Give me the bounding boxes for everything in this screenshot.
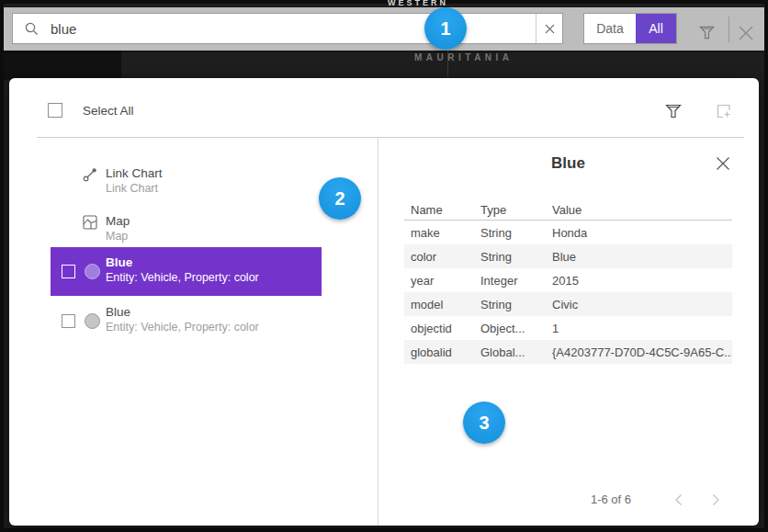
column-header-value: Value xyxy=(546,203,732,217)
cell-value: 2015 xyxy=(546,274,732,288)
table-row: globalid Global... {A4203777-D70D-4C5C-9… xyxy=(404,340,732,364)
table-row: year Integer 2015 xyxy=(404,268,732,292)
entity-circle-icon xyxy=(85,313,100,329)
item-subtitle: Link Chart xyxy=(106,181,163,196)
cell-name: make xyxy=(404,226,474,240)
list-item-blue-selected[interactable]: Blue Entity: Vehicle, Property: color xyxy=(51,247,322,296)
pagination-label: 1-6 of 6 xyxy=(565,492,657,506)
cell-type: String xyxy=(474,226,546,240)
cell-name: year xyxy=(404,274,474,288)
search-field[interactable] xyxy=(12,13,563,44)
item-subtitle: Map xyxy=(106,229,130,243)
cell-value: {A4203777-D70D-4C5C-9A65-C... xyxy=(546,345,732,359)
search-toolbar: Data All xyxy=(4,7,764,51)
item-title: Blue xyxy=(106,304,259,320)
entity-circle-icon xyxy=(85,264,100,279)
toolbar-close-icon[interactable] xyxy=(734,21,758,45)
cell-value: Blue xyxy=(546,250,732,264)
column-header-type: Type xyxy=(474,203,546,217)
cell-value: Civic xyxy=(546,298,732,311)
cell-type: Integer xyxy=(474,274,546,288)
item-checkbox[interactable] xyxy=(62,265,75,278)
cell-type: Global... xyxy=(474,345,546,359)
add-to-map-icon[interactable] xyxy=(713,100,735,122)
app-window: WESTERN MAURITANIA Data All Select All xyxy=(0,0,768,532)
cell-value: 1 xyxy=(546,322,732,335)
cell-name: color xyxy=(404,250,474,264)
table-row: model String Civic xyxy=(404,292,732,316)
cell-type: String xyxy=(474,250,546,264)
filter-icon[interactable] xyxy=(695,21,717,43)
item-title: Link Chart xyxy=(106,165,163,181)
toolbar-divider xyxy=(728,17,729,42)
cell-name: objectid xyxy=(404,322,474,335)
attribute-table: Name Type Value make String Honda color … xyxy=(404,200,732,364)
details-close-icon[interactable] xyxy=(712,153,734,175)
toggle-all-option[interactable]: All xyxy=(636,14,676,43)
table-row: objectid Object... 1 xyxy=(404,316,732,340)
cell-type: String xyxy=(474,298,546,311)
cell-name: model xyxy=(404,298,474,311)
item-subtitle: Entity: Vehicle, Property: color xyxy=(106,270,259,285)
callout-badge-3: 3 xyxy=(463,402,505,444)
callout-badge-2: 2 xyxy=(319,177,361,220)
cell-name: globalid xyxy=(404,345,474,359)
list-item-link-chart[interactable]: Link Chart Link Chart xyxy=(51,158,322,206)
details-title: Blue xyxy=(378,154,759,173)
list-details-divider xyxy=(378,138,378,526)
item-checkbox[interactable] xyxy=(62,314,75,328)
search-clear-button[interactable] xyxy=(536,14,562,43)
pagination-next-icon[interactable] xyxy=(706,490,726,510)
table-row: make String Honda xyxy=(404,221,732,244)
table-row: color String Blue xyxy=(404,244,732,268)
cell-type: Object... xyxy=(474,322,546,335)
toggle-data-option[interactable]: Data xyxy=(584,14,636,43)
cell-value: Honda xyxy=(546,226,732,240)
search-icon xyxy=(24,21,40,37)
table-header-row: Name Type Value xyxy=(404,200,732,221)
select-all-checkbox[interactable] xyxy=(48,103,62,118)
link-chart-icon xyxy=(83,167,97,182)
map-label-mauritania: MAURITANIA xyxy=(414,52,514,62)
item-subtitle: Entity: Vehicle, Property: color xyxy=(106,320,259,334)
column-header-name: Name xyxy=(404,203,474,217)
select-all-row[interactable]: Select All xyxy=(48,103,134,118)
scope-toggle: Data All xyxy=(583,13,677,44)
search-results-panel: Select All Link Chart Link Chart Map xyxy=(9,78,759,526)
item-title: Map xyxy=(106,213,130,229)
results-filter-icon[interactable] xyxy=(662,100,684,122)
header-divider xyxy=(37,137,744,138)
map-icon xyxy=(83,215,97,230)
item-title: Blue xyxy=(106,255,259,270)
pagination-prev-icon[interactable] xyxy=(668,490,688,510)
select-all-label: Select All xyxy=(83,104,134,118)
list-item-blue[interactable]: Blue Entity: Vehicle, Property: color xyxy=(51,297,322,345)
callout-badge-1: 1 xyxy=(424,7,467,50)
map-label-western: WESTERN xyxy=(388,0,448,7)
